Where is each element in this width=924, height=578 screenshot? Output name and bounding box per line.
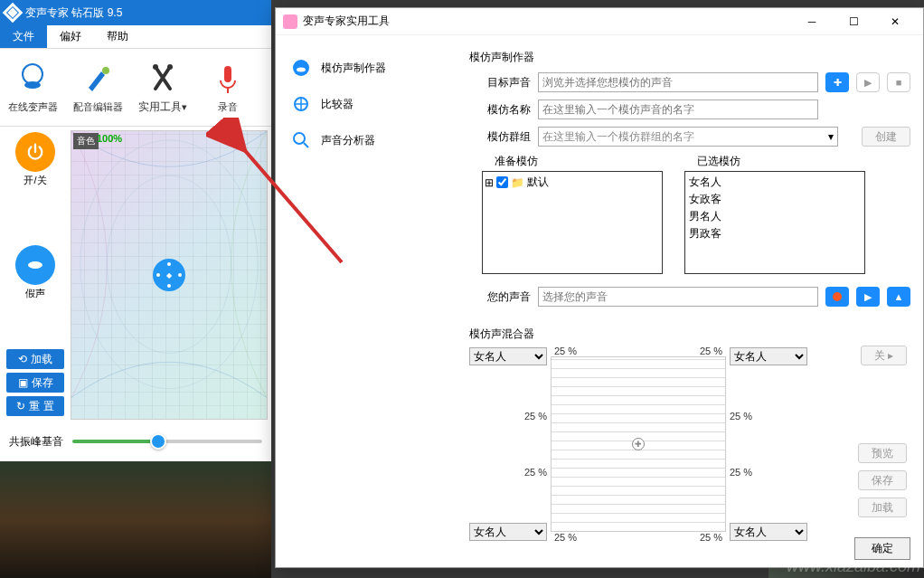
voice-maker-icon xyxy=(290,57,312,79)
menu-bar: 文件 偏好 帮助 xyxy=(0,25,271,49)
load-button-2[interactable]: 加载 xyxy=(858,497,907,517)
menu-pref[interactable]: 偏好 xyxy=(47,25,94,48)
dialog-title: 变声专家实用工具 xyxy=(303,14,390,29)
stop-button[interactable]: ■ xyxy=(887,72,910,92)
expand-icon[interactable]: ⊞ xyxy=(485,176,494,189)
utilities-dialog: 变声专家实用工具 ─ ☐ ✕ 模仿声制作器 比较器 声音分析器 模仿声制作器 xyxy=(275,7,924,568)
wrench-icon xyxy=(145,60,181,96)
menu-help[interactable]: 帮助 xyxy=(94,25,141,48)
dialog-nav: 模仿声制作器 比较器 声音分析器 xyxy=(276,35,457,567)
play-button[interactable]: ▶ xyxy=(856,72,880,92)
brush-icon xyxy=(80,61,116,97)
voice-graph[interactable]: 音色 100% xyxy=(71,130,268,420)
nav-analyzer[interactable]: 声音分析器 xyxy=(285,122,448,158)
svg-point-4 xyxy=(167,64,173,70)
mixer-select-tl[interactable]: 女名人 xyxy=(469,347,547,365)
formant-slider[interactable] xyxy=(72,440,262,443)
target-voice-input[interactable] xyxy=(538,72,818,92)
nav-comparator[interactable]: 比较器 xyxy=(285,86,448,122)
list-item[interactable]: 女政客 xyxy=(687,191,863,208)
off-button[interactable]: 关 ▸ xyxy=(861,346,907,365)
mixer-title: 模仿声混合器 xyxy=(469,327,910,342)
mimic-name-label: 模仿名称 xyxy=(482,102,531,118)
prepare-list[interactable]: ⊞ 📁 默认 xyxy=(482,171,663,274)
tool-utilities[interactable]: 实用工具▾ xyxy=(130,60,195,115)
mic-icon xyxy=(210,61,246,97)
svg-point-3 xyxy=(153,64,158,70)
selected-list-label: 已选模仿 xyxy=(697,154,865,169)
svg-rect-5 xyxy=(224,66,231,82)
mixer-select-bl[interactable]: 女名人 xyxy=(469,523,547,541)
svg-point-10 xyxy=(297,68,306,72)
side-buttons: 开/关 假声 ⟲加载 ▣保存 ↻重 置 xyxy=(0,127,71,423)
power-label: 开/关 xyxy=(24,174,46,187)
pct-left-top: 25 % xyxy=(524,411,547,422)
tool-record[interactable]: 录音 xyxy=(195,61,260,114)
svg-point-0 xyxy=(23,64,42,84)
dialog-title-bar: 变声专家实用工具 ─ ☐ ✕ xyxy=(276,8,923,35)
tone-label: 音色 xyxy=(73,133,99,149)
mimic-group-combo[interactable]: 在这里输入一个模仿群组的名字▾ xyxy=(538,127,838,147)
lips-icon xyxy=(14,61,51,97)
app-title: 变声专家 钻石版 9.5 xyxy=(25,5,122,21)
selected-list[interactable]: 女名人 女政客 男名人 男政客 xyxy=(684,171,865,274)
default-checkbox[interactable] xyxy=(496,176,508,188)
watermark: www.xiazaiba.com xyxy=(787,557,920,576)
comparator-icon xyxy=(290,93,312,115)
side-panel: 开/关 假声 ⟲加载 ▣保存 ↻重 置 音色 100% xyxy=(0,127,271,423)
mimic-name-input[interactable] xyxy=(538,99,818,119)
slider-label: 共振峰基音 xyxy=(9,434,63,450)
tool-editor[interactable]: 配音编辑器 xyxy=(65,61,130,114)
fake-voice-button[interactable] xyxy=(15,245,55,285)
svg-point-2 xyxy=(102,67,109,74)
add-button[interactable]: ✚ xyxy=(825,72,849,92)
main-window: 变声专家 钻石版 9.5 文件 偏好 帮助 在线变声器 配音编辑器 实用工具▾ xyxy=(0,0,271,461)
tool-online-voice[interactable]: 在线变声器 xyxy=(0,61,65,114)
save-button-2[interactable]: 保存 xyxy=(858,470,907,490)
play-button-2[interactable]: ▶ xyxy=(856,287,880,307)
tone-value: 100% xyxy=(97,133,122,144)
title-bar: 变声专家 钻石版 9.5 xyxy=(0,0,271,25)
mixer-handle[interactable]: ✚ xyxy=(632,438,645,450)
menu-file[interactable]: 文件 xyxy=(0,25,47,48)
nav-voice-maker[interactable]: 模仿声制作器 xyxy=(285,50,448,86)
load-button[interactable]: ⟲加载 xyxy=(6,349,64,369)
minimize-button[interactable]: ─ xyxy=(791,8,833,35)
app-logo-icon xyxy=(3,3,24,24)
mixer-select-tr[interactable]: 女名人 xyxy=(730,347,807,365)
section-title: 模仿声制作器 xyxy=(469,50,910,65)
svg-point-1 xyxy=(24,81,41,89)
create-button[interactable]: 创建 xyxy=(862,127,910,147)
list-item[interactable]: 女名人 xyxy=(687,174,863,191)
pct-left-bot: 25 % xyxy=(524,467,547,478)
dialog-content: 模仿声制作器 目标声音 ✚ ▶ ■ 模仿名称 模仿群组 在这里输入一个模仿群组的… xyxy=(457,35,923,567)
list-item[interactable]: 男名人 xyxy=(687,208,863,225)
formant-slider-row: 共振峰基音 xyxy=(0,423,271,460)
power-button[interactable] xyxy=(15,132,55,172)
graph-joystick[interactable] xyxy=(153,259,185,291)
your-voice-label: 您的声音 xyxy=(482,289,531,305)
background-image xyxy=(0,461,271,578)
mimic-group-label: 模仿群组 xyxy=(482,129,531,145)
close-button[interactable]: ✕ xyxy=(874,8,916,35)
tree-item-default[interactable]: ⊞ 📁 默认 xyxy=(485,174,660,191)
pct-right-bot: 25 % xyxy=(730,467,752,478)
eject-button[interactable]: ▲ xyxy=(887,287,910,307)
target-voice-label: 目标声音 xyxy=(482,75,531,90)
reset-button[interactable]: ↻重 置 xyxy=(6,396,64,416)
analyzer-icon xyxy=(290,129,312,151)
dialog-app-icon xyxy=(283,14,297,29)
pct-right-top: 25 % xyxy=(730,411,752,422)
prepare-list-label: 准备模仿 xyxy=(495,154,663,169)
mixer-pad[interactable]: ✚ xyxy=(551,356,726,532)
preview-button[interactable]: 预览 xyxy=(858,443,907,463)
list-item[interactable]: 男政客 xyxy=(687,225,863,242)
record-button[interactable] xyxy=(825,287,849,307)
your-voice-input[interactable] xyxy=(538,287,818,307)
fake-voice-label: 假声 xyxy=(25,287,45,300)
save-button[interactable]: ▣保存 xyxy=(6,373,64,393)
toolbar: 在线变声器 配音编辑器 实用工具▾ 录音 xyxy=(0,49,271,127)
maximize-button[interactable]: ☐ xyxy=(833,8,874,35)
mixer-select-br[interactable]: 女名人 xyxy=(730,523,807,541)
svg-point-12 xyxy=(294,133,305,144)
